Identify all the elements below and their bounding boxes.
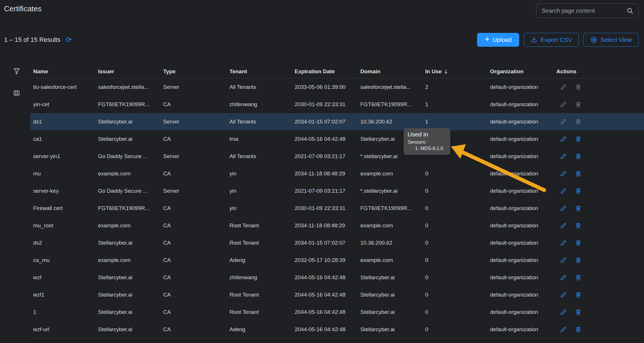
- cell-type: CA: [163, 240, 229, 246]
- table-row[interactable]: wzf-urlStellarcyber.aiCAAdeng2044-05-16 …: [30, 321, 644, 338]
- select-view-button-label: Select View: [600, 36, 632, 43]
- cell-in-use: 0: [425, 205, 490, 211]
- delete-icon[interactable]: [575, 257, 582, 264]
- cell-expiration: 2034-11-18 08:48:29: [295, 170, 360, 177]
- edit-icon[interactable]: [560, 83, 567, 91]
- results-bar: 1 – 15 of 15 Results ⟳: [4, 36, 72, 44]
- col-header-type[interactable]: Type: [163, 68, 229, 75]
- col-header-in-use[interactable]: In Use↓: [425, 68, 490, 75]
- cell-expiration: 2021-07-09 03:21:17: [295, 188, 360, 194]
- col-header-label: Tenant: [229, 68, 247, 75]
- table-row[interactable]: wzfStellarcyber.aiCAzhifenwang2044-05-16…: [30, 269, 644, 286]
- edit-icon[interactable]: [560, 222, 567, 229]
- export-csv-button-label: Export CSV: [541, 36, 572, 43]
- edit-icon[interactable]: [560, 170, 567, 177]
- delete-icon[interactable]: [575, 205, 582, 212]
- delete-icon[interactable]: [575, 239, 582, 246]
- table-row[interactable]: wzf1Stellarcyber.aiCARoot Tenant2044-05-…: [30, 286, 644, 303]
- filter-icon[interactable]: [13, 67, 21, 76]
- delete-icon[interactable]: [575, 101, 582, 108]
- table-row[interactable]: ca_muexample.comCAAdeng2032-05-17 10:28:…: [30, 252, 644, 269]
- cell-expiration: 2034-01-15 07:02:07: [295, 240, 360, 246]
- table-row[interactable]: tlu-salesforce-certsalesforcejwt.stella.…: [30, 78, 644, 96]
- search-icon[interactable]: [626, 7, 634, 16]
- delete-icon[interactable]: [575, 170, 582, 177]
- cell-organization: default-organization: [490, 188, 556, 194]
- cell-tenant: Root Tenant: [229, 222, 295, 229]
- table-row[interactable]: server-keyGo Daddy Secure ...Serveryin20…: [30, 182, 644, 200]
- cell-tenant: yin: [229, 188, 295, 194]
- cell-name: ca_mu: [33, 257, 98, 263]
- cell-in-use: 0: [425, 326, 490, 333]
- refresh-icon[interactable]: ⟳: [66, 36, 72, 44]
- plus-icon: +: [485, 35, 489, 44]
- cell-issuer: Go Daddy Secure ...: [98, 188, 163, 194]
- edit-icon[interactable]: [560, 118, 567, 125]
- table-row[interactable]: server-yin1Go Daddy Secure ...ServerAll …: [30, 148, 644, 165]
- table-row[interactable]: 1Stellarcyber.aiCARoot Tenant2044-05-16 …: [30, 303, 644, 321]
- upload-button[interactable]: + Upload: [477, 33, 519, 47]
- cell-organization: default-organization: [490, 170, 556, 177]
- col-header-issuer[interactable]: Issuer: [98, 68, 163, 75]
- edit-icon[interactable]: [560, 291, 567, 299]
- used-in-tooltip: Used in Sensors: 1. MDS-6.1.0: [404, 128, 450, 155]
- cell-organization: default-organization: [490, 309, 556, 315]
- table-row[interactable]: ds1Stellarcyber.aiServerAll Tenants2034-…: [30, 113, 644, 130]
- cell-actions: [556, 308, 637, 316]
- search-input[interactable]: [536, 4, 638, 18]
- cell-name: ds1: [33, 119, 98, 125]
- col-header-label: Actions: [556, 68, 577, 75]
- delete-icon[interactable]: [575, 118, 582, 125]
- edit-icon[interactable]: [560, 187, 567, 195]
- cell-actions: [556, 239, 637, 247]
- edit-icon[interactable]: [560, 101, 567, 108]
- delete-icon[interactable]: [575, 326, 582, 333]
- col-header-tenant[interactable]: Tenant: [229, 68, 295, 75]
- edit-icon[interactable]: [560, 256, 567, 264]
- select-view-button[interactable]: Select View: [583, 33, 639, 47]
- download-icon: [530, 36, 538, 44]
- table-row[interactable]: muexample.comCAyin2034-11-18 08:48:29exa…: [30, 165, 644, 182]
- cell-tenant: All Tenants: [229, 84, 295, 90]
- cell-domain: Stellarcyber.ai: [360, 326, 425, 333]
- cell-domain: example.com: [360, 170, 425, 177]
- columns-icon[interactable]: [13, 89, 20, 98]
- cell-actions: [556, 170, 637, 177]
- table-row[interactable]: yin-cetFGT60ETK19099R...CAzhifenwang2030…: [30, 96, 644, 113]
- edit-icon[interactable]: [560, 135, 567, 143]
- col-header-expiration-date[interactable]: Expiration Date: [295, 68, 360, 75]
- cell-in-use: 2: [425, 84, 490, 90]
- cell-in-use: 0: [425, 257, 490, 263]
- col-header-domain[interactable]: Domain: [360, 68, 425, 75]
- delete-icon[interactable]: [575, 291, 582, 298]
- cell-name: mu_root: [33, 222, 98, 229]
- delete-icon[interactable]: [575, 274, 582, 281]
- export-csv-button[interactable]: Export CSV: [524, 33, 579, 47]
- col-header-name[interactable]: Name: [33, 68, 98, 75]
- edit-icon[interactable]: [560, 308, 567, 316]
- delete-icon[interactable]: [575, 222, 582, 229]
- col-header-actions[interactable]: Actions: [556, 68, 637, 75]
- delete-icon[interactable]: [575, 84, 582, 91]
- results-count: 1 – 15 of 15 Results: [4, 36, 61, 44]
- col-header-label: Organization: [490, 68, 524, 75]
- table-row[interactable]: ds2Stellarcyber.aiCARoot Tenant2034-01-1…: [30, 234, 644, 252]
- cell-issuer: Stellarcyber.ai: [98, 274, 163, 281]
- edit-icon[interactable]: [560, 239, 567, 247]
- edit-icon[interactable]: [560, 205, 567, 212]
- edit-icon[interactable]: [560, 153, 567, 160]
- table-row[interactable]: ca1Stellarcyber.aiCAlma2044-05-16 04:42:…: [30, 130, 644, 148]
- edit-icon[interactable]: [560, 274, 567, 281]
- table-row[interactable]: mu_rootexample.comCARoot Tenant2034-11-1…: [30, 217, 644, 234]
- delete-icon[interactable]: [575, 153, 582, 160]
- table-row[interactable]: Firewall certFGT60ETK19099R...CAyin2030-…: [30, 200, 644, 217]
- cell-organization: default-organization: [490, 205, 556, 211]
- col-header-organization[interactable]: Organization: [490, 68, 556, 75]
- cell-issuer: example.com: [98, 257, 163, 263]
- cell-name: server-yin1: [33, 153, 98, 160]
- delete-icon[interactable]: [575, 309, 582, 316]
- delete-icon[interactable]: [575, 136, 582, 143]
- delete-icon[interactable]: [575, 188, 582, 194]
- cell-tenant: Root Tenant: [229, 240, 295, 246]
- edit-icon[interactable]: [560, 326, 567, 333]
